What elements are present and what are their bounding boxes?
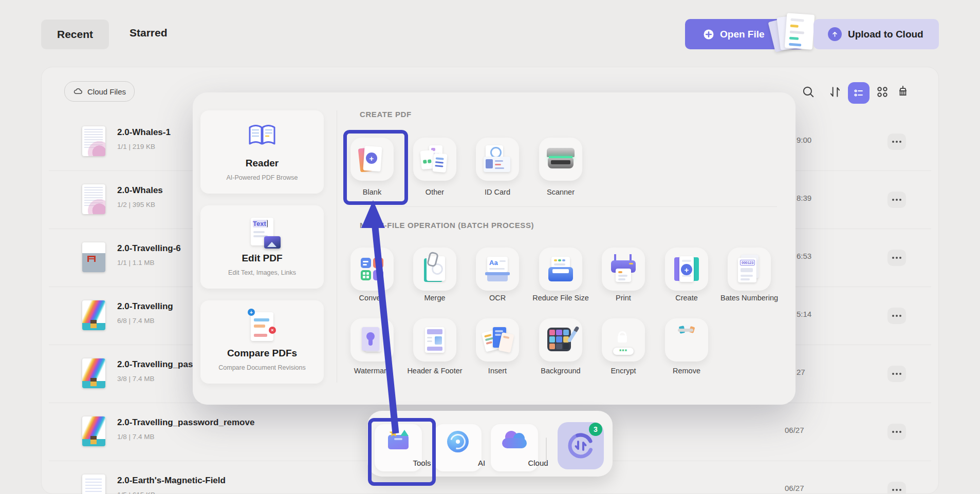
tool-convert[interactable] [350, 248, 394, 291]
file-name: 2.0-Travelling_passw [117, 359, 205, 370]
reader-subtitle: AI-Powered PDF Browse [200, 174, 324, 181]
batch-section-title: MULTI-FILE OPERATION (BATCH PROCESS) [360, 221, 534, 230]
more-options-button[interactable] [887, 366, 906, 382]
reader-card[interactable]: Reader AI-Powered PDF Browse [200, 110, 324, 194]
list-view-button[interactable] [848, 82, 870, 104]
file-name: 2.0-Whales [117, 185, 163, 196]
merge-icon [424, 256, 446, 282]
tool-scanner-label: Scanner [520, 188, 602, 196]
tab-recent-label: Recent [57, 28, 93, 41]
edit-pdf-icon: Text [200, 215, 324, 249]
more-options-button[interactable] [887, 192, 906, 208]
compare-pdfs-card[interactable]: + × Compare PDFs Compare Document Revisi… [200, 300, 324, 384]
file-thumbnail [82, 416, 105, 446]
plus-circle-icon [702, 28, 715, 41]
cloud-icon [73, 86, 83, 97]
file-meta: 3/8 | 7.4 MB [117, 375, 155, 383]
compare-pdfs-title: Compare PDFs [200, 348, 324, 359]
search-icon[interactable] [802, 85, 815, 99]
reader-title: Reader [200, 158, 324, 169]
encrypt-icon: *** [612, 327, 635, 353]
dock-cloud-label: Cloud [514, 459, 562, 467]
create-pdf-section-title: CREATE PDF [360, 110, 412, 119]
insert-icon [485, 327, 510, 353]
tab-starred[interactable]: Starred [130, 27, 168, 39]
tool-ocr[interactable]: Aa [476, 248, 519, 291]
file-name: 2.0-Travelling_password_remove [117, 417, 254, 428]
file-meta: 1/1 | 219 KB [117, 143, 155, 150]
print-icon [611, 256, 636, 282]
tool-encrypt[interactable]: *** [602, 318, 645, 362]
header-footer-icon [425, 327, 445, 353]
tool-print[interactable] [602, 248, 645, 291]
upload-to-cloud-button[interactable]: Upload to Cloud [813, 19, 939, 49]
file-name: 2.0-Travelling [117, 301, 173, 312]
convert-icon [361, 258, 383, 280]
edit-pdf-title: Edit PDF [200, 253, 324, 264]
ocr-icon: Aa [485, 257, 510, 281]
tools-modal: Reader AI-Powered PDF Browse Text Edit P… [193, 92, 796, 405]
tool-header-footer[interactable] [413, 318, 456, 362]
file-thumbnail [82, 242, 105, 272]
file-thumbnail [82, 126, 105, 156]
more-options-button[interactable] [887, 134, 906, 150]
dock-divider [546, 438, 547, 463]
open-file-button[interactable]: Open File [685, 19, 805, 49]
file-thumbnail [82, 300, 105, 330]
tool-watermark[interactable] [350, 318, 394, 362]
file-name: 2.0-Travelling-6 [117, 243, 181, 254]
clean-brush-icon[interactable] [896, 84, 910, 98]
file-meta: 6/8 | 7.4 MB [117, 317, 155, 325]
file-meta: 1/1 | 1.1 MB [117, 259, 155, 267]
dock-ai[interactable]: AI [434, 424, 482, 471]
section-divider [360, 206, 777, 207]
reduce-file-size-icon [548, 257, 573, 281]
tab-recent[interactable]: Recent [41, 20, 109, 49]
file-meta: 1/5 | 615 KB [117, 491, 155, 494]
more-options-button[interactable] [887, 424, 906, 440]
tool-reduce-file-size[interactable] [539, 248, 582, 291]
more-options-button[interactable] [887, 482, 906, 494]
tool-scanner[interactable] [539, 138, 582, 181]
cloud-files-chip[interactable]: Cloud Files [64, 81, 135, 102]
modal-divider [337, 110, 337, 383]
bates-numbering-icon: 000123 [738, 256, 761, 282]
upload-to-cloud-label: Upload to Cloud [848, 29, 923, 40]
list-view-icon [853, 87, 865, 99]
file-thumbnail [82, 474, 105, 494]
documents-illustration [770, 12, 815, 55]
file-thumbnail [82, 184, 105, 214]
more-options-button[interactable] [887, 250, 906, 266]
file-time: 8:39 [797, 194, 811, 202]
grid-view-icon[interactable] [876, 85, 889, 99]
tool-create[interactable]: + [665, 248, 708, 291]
tool-other[interactable] [413, 138, 456, 181]
cloud-files-label: Cloud Files [87, 87, 126, 96]
file-time: 06/27 [785, 426, 804, 434]
reader-book-icon [200, 120, 324, 154]
tool-remove[interactable] [665, 318, 708, 362]
tool-background[interactable] [539, 318, 582, 362]
tool-id-card[interactable] [476, 138, 519, 181]
file-time: 27 [797, 368, 805, 376]
cloud-storage-icon [491, 429, 538, 454]
tab-starred-label: Starred [130, 27, 168, 39]
tool-merge[interactable] [413, 248, 456, 291]
dock-cloud[interactable]: Cloud [491, 424, 538, 471]
file-time: 6:53 [797, 252, 811, 260]
file-time: 9:00 [797, 136, 811, 144]
sort-icon[interactable] [828, 85, 842, 99]
edit-pdf-card[interactable]: Text Edit PDF Edit Text, Images, Links [200, 205, 324, 289]
more-options-button[interactable] [887, 308, 906, 324]
create-icon: + [674, 256, 699, 282]
open-file-label: Open File [720, 29, 765, 40]
remove-icon [676, 327, 697, 353]
compare-pdfs-subtitle: Compare Document Revisions [200, 364, 324, 371]
ai-icon [434, 429, 482, 454]
background-icon [547, 328, 574, 352]
tool-insert[interactable] [476, 318, 519, 362]
tool-bates-numbering[interactable]: 000123 [728, 248, 771, 291]
file-name: 2.0-Whales-1 [117, 127, 171, 138]
file-meta: 1/8 | 7.4 MB [117, 433, 155, 441]
watermark-icon [362, 327, 382, 353]
